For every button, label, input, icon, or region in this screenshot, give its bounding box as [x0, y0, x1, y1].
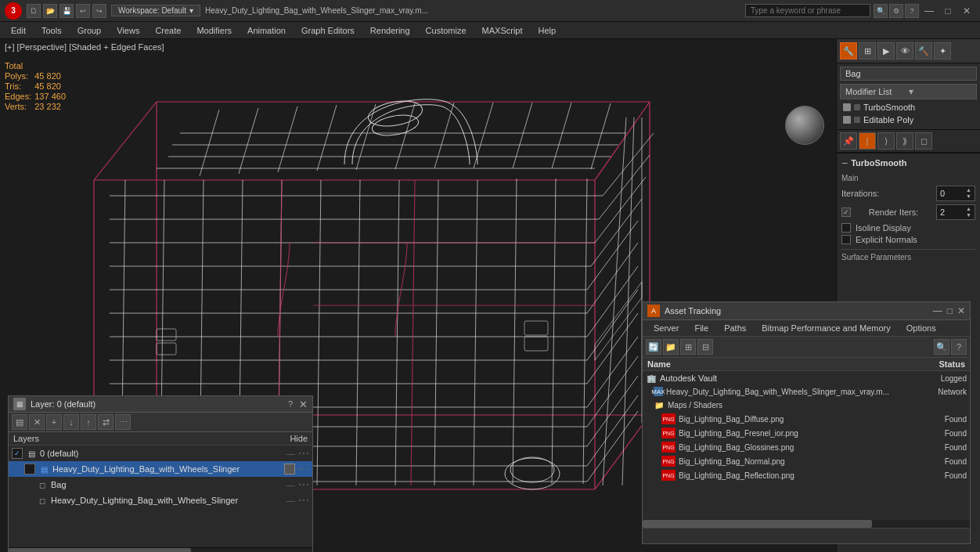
- layer-panel-help[interactable]: ?: [288, 399, 293, 409]
- create-icon[interactable]: ✦: [934, 42, 951, 60]
- ap-row-vault[interactable]: 🏢 Autodesk Vault Logged: [643, 371, 970, 385]
- ts-render-iters-arrows[interactable]: ▲ ▼: [966, 206, 971, 218]
- lp-dash-2: —: [286, 480, 295, 489]
- nav-sphere[interactable]: [785, 106, 824, 145]
- utilities-icon[interactable]: 🔨: [915, 42, 932, 60]
- ap-row-diffuse[interactable]: PNG Big_Lighting_Bag_Diffuse.png Found: [643, 412, 970, 426]
- lp-row-default[interactable]: ▤ 0 (default) — ⋯: [9, 446, 312, 461]
- lp-row-heavyduty-obj[interactable]: ◻ Heavy_Duty_Lighting_Bag_with_Wheels_Sl…: [9, 492, 312, 508]
- modifier-editable-poly[interactable]: Editable Poly: [840, 114, 977, 126]
- ts-iterations-down[interactable]: ▼: [966, 193, 971, 200]
- lp-icon3[interactable]: +: [46, 414, 62, 430]
- hierarchy-icon[interactable]: ⊞: [859, 42, 876, 60]
- layer-panel-close[interactable]: ✕: [299, 399, 308, 410]
- lp-icon5[interactable]: ↑: [81, 414, 96, 430]
- menu-tools[interactable]: Tools: [34, 22, 70, 39]
- ts-render-iters-down[interactable]: ▼: [966, 212, 971, 218]
- ap-menu-file[interactable]: File: [686, 320, 716, 336]
- ts-render-iters-checkbox[interactable]: [841, 207, 851, 217]
- modifier-turbosmooth[interactable]: TurboSmooth: [840, 101, 977, 114]
- ts-explicit-normals-checkbox[interactable]: [841, 235, 851, 244]
- ap-maximize-button[interactable]: □: [947, 305, 953, 316]
- ap-icon3[interactable]: ⊞: [680, 339, 696, 355]
- lp-check-heavyduty[interactable]: [24, 464, 35, 474]
- ap-menu-options[interactable]: Options: [899, 320, 944, 336]
- ap-row-fresnel[interactable]: PNG Big_Lighting_Bag_Fresnel_ior.png Fou…: [643, 426, 970, 440]
- navigation-cube[interactable]: [781, 102, 828, 149]
- ap-icon-right1[interactable]: 🔍: [934, 339, 949, 355]
- menu-views[interactable]: Views: [109, 22, 147, 39]
- ap-row-glossines[interactable]: PNG Big_Lighting_Bag_Glossines.png Found: [643, 440, 970, 454]
- display-icon[interactable]: 👁: [896, 42, 913, 60]
- redo-button[interactable]: ↪: [92, 4, 106, 18]
- menu-animation[interactable]: Animation: [240, 22, 294, 39]
- open-button[interactable]: 📂: [43, 4, 57, 18]
- ts-iterations-up[interactable]: ▲: [966, 187, 971, 193]
- lp-icon7[interactable]: ⋯: [115, 414, 131, 430]
- lp-color-swatch[interactable]: [284, 464, 295, 474]
- lp-icon6[interactable]: ⇄: [98, 414, 113, 430]
- ap-icon2[interactable]: 📁: [663, 339, 679, 355]
- menu-create[interactable]: Create: [147, 22, 189, 39]
- modify-icon[interactable]: 🔧: [840, 42, 857, 60]
- ap-scrollbar[interactable]: [643, 520, 970, 528]
- menu-group[interactable]: Group: [70, 22, 110, 39]
- menu-bar: Edit Tools Group Views Create Modifiers …: [0, 22, 980, 39]
- ap-icon-right2[interactable]: ?: [951, 339, 967, 355]
- show-end-icon[interactable]: ⟩: [877, 132, 895, 150]
- search-icon[interactable]: 🔍: [874, 4, 888, 18]
- search-input[interactable]: [745, 4, 870, 17]
- motion-icon[interactable]: ▶: [877, 42, 895, 60]
- ap-minimize-button[interactable]: —: [933, 305, 942, 316]
- ap-row-maps[interactable]: 📁 Maps / Shaders: [643, 398, 970, 412]
- modifier-list-header[interactable]: Modifier List ▾: [840, 84, 977, 99]
- ts-iterations-input[interactable]: 0 ▲ ▼: [936, 186, 975, 201]
- ap-icon1[interactable]: 🔄: [646, 339, 661, 355]
- pin-stack-icon[interactable]: 📌: [840, 132, 857, 150]
- settings-icon[interactable]: ⚙: [889, 4, 903, 18]
- make-unique-icon[interactable]: ◻: [915, 132, 932, 150]
- lp-name-default: 0 (default): [40, 449, 283, 458]
- undo-button[interactable]: ↩: [76, 4, 90, 18]
- ap-row-maxfile[interactable]: MAX Heavy_Duty_Lighting_Bag_with_Wheels_…: [643, 385, 970, 398]
- minimize-button[interactable]: —: [921, 2, 938, 20]
- show-result-icon[interactable]: ⟫: [896, 132, 913, 150]
- lp-check-default[interactable]: [12, 448, 23, 459]
- modifier-active-icon[interactable]: |: [859, 132, 876, 150]
- viewport-label[interactable]: [+] [Perspective] [Shaded + Edged Faces]: [5, 42, 164, 52]
- close-button[interactable]: ✕: [958, 2, 975, 20]
- ts-render-iters-input[interactable]: 2 ▲ ▼: [936, 204, 975, 220]
- ap-row-normal[interactable]: PNG Big_Lighting_Bag_Normal.png Found: [643, 454, 970, 468]
- ts-iterations-arrows[interactable]: ▲ ▼: [966, 187, 971, 200]
- lp-scrollbar[interactable]: [9, 547, 312, 552]
- workspace-selector[interactable]: Workspace: Default ▾: [111, 5, 200, 16]
- lp-row-bag[interactable]: ◻ Bag — ⋯: [9, 477, 312, 492]
- ts-isoline-label: Isoline Display: [856, 223, 911, 233]
- ts-collapse-button[interactable]: −: [841, 157, 848, 169]
- lp-icon2[interactable]: ✕: [29, 414, 45, 430]
- menu-rendering[interactable]: Rendering: [362, 22, 418, 39]
- menu-edit[interactable]: Edit: [3, 22, 34, 39]
- lp-scroll-thumb[interactable]: [9, 548, 191, 552]
- ap-menu-paths[interactable]: Paths: [716, 320, 754, 336]
- ap-scroll-thumb[interactable]: [643, 520, 872, 528]
- ap-menu-bitmap[interactable]: Bitmap Performance and Memory: [754, 320, 898, 336]
- ap-menu-server[interactable]: Server: [646, 320, 686, 336]
- lp-row-heavyduty[interactable]: ▤ Heavy_Duty_Lighting_Bag_with_Wheels_Sl…: [9, 461, 312, 477]
- menu-customize[interactable]: Customize: [418, 22, 474, 39]
- lp-icon1[interactable]: ▤: [12, 414, 27, 430]
- ts-render-iters-up[interactable]: ▲: [966, 206, 971, 212]
- new-button[interactable]: 🗋: [27, 4, 41, 18]
- menu-graph-editors[interactable]: Graph Editors: [294, 22, 362, 39]
- maximize-button[interactable]: □: [939, 2, 957, 20]
- menu-maxscript[interactable]: MAXScript: [474, 22, 531, 39]
- lp-icon4[interactable]: ↓: [63, 414, 79, 430]
- ap-row-reflection[interactable]: PNG Big_Lighting_Bag_Reflection.png Foun…: [643, 468, 970, 482]
- ap-icon4[interactable]: ⊟: [697, 339, 713, 355]
- menu-help[interactable]: Help: [531, 22, 564, 39]
- help-icon[interactable]: ?: [905, 4, 919, 18]
- ap-close-button[interactable]: ✕: [957, 305, 965, 316]
- ts-isoline-checkbox[interactable]: [841, 223, 851, 233]
- menu-modifiers[interactable]: Modifiers: [189, 22, 240, 39]
- save-button[interactable]: 💾: [59, 4, 74, 18]
